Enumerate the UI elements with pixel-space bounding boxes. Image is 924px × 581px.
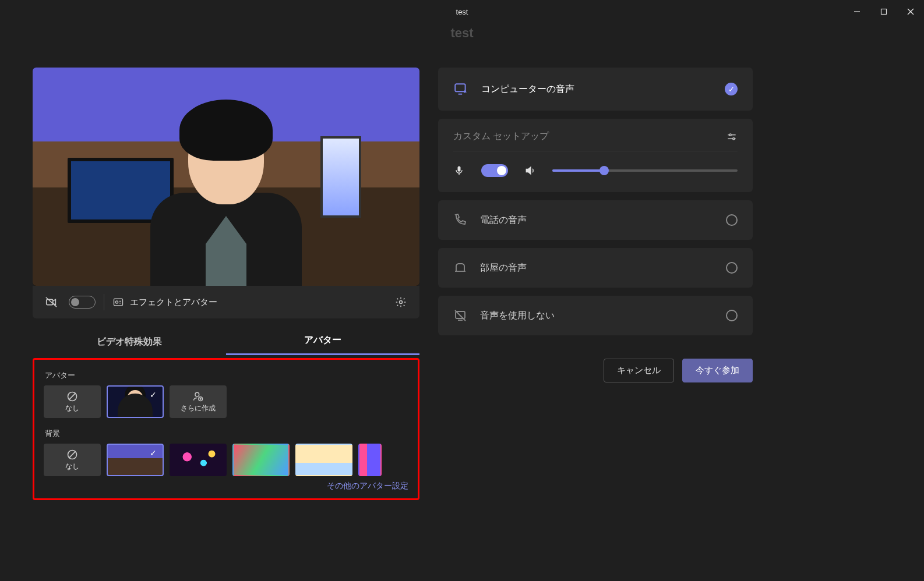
audio-none-label: 音声を使用しない xyxy=(480,310,713,322)
volume-slider[interactable] xyxy=(552,169,738,172)
meeting-name: test xyxy=(0,26,924,42)
video-preview xyxy=(33,68,419,286)
camera-toggle[interactable] xyxy=(69,296,96,309)
background-option-5[interactable] xyxy=(358,444,382,476)
svg-rect-15 xyxy=(455,84,465,91)
microphone-icon[interactable] xyxy=(453,165,465,176)
preview-toolbar: エフェクトとアバター xyxy=(33,286,419,318)
check-icon: ✓ xyxy=(150,390,159,399)
settings-gear-icon[interactable] xyxy=(392,293,410,311)
window-controls xyxy=(844,0,924,23)
svg-point-17 xyxy=(729,134,731,136)
svg-point-11 xyxy=(195,392,199,396)
avatar-preview xyxy=(150,100,302,286)
svg-line-10 xyxy=(69,393,76,400)
camera-off-icon[interactable] xyxy=(42,293,61,311)
computer-audio-icon xyxy=(453,82,468,97)
no-audio-icon xyxy=(453,309,467,323)
prohibit-icon xyxy=(66,449,78,460)
background-none-label: なし xyxy=(65,462,79,472)
prohibit-icon xyxy=(66,391,78,402)
speaker-icon[interactable] xyxy=(524,165,536,176)
avatar-none-tile[interactable]: なし xyxy=(44,385,101,418)
minimize-button[interactable] xyxy=(844,0,870,23)
svg-line-14 xyxy=(69,451,76,458)
audio-option-none[interactable]: 音声を使用しない xyxy=(438,296,753,335)
audio-computer-label: コンピューターの音声 xyxy=(481,83,712,95)
effects-icon xyxy=(112,296,124,308)
close-button[interactable] xyxy=(897,0,924,23)
action-buttons: キャンセル 今すぐ参加 xyxy=(438,359,753,382)
cancel-button[interactable]: キャンセル xyxy=(604,359,674,382)
radio-unselected xyxy=(726,310,738,321)
tab-avatar[interactable]: アバター xyxy=(226,334,419,355)
audio-option-computer[interactable]: コンピューターの音声 ✓ xyxy=(438,68,753,111)
background-option-2[interactable] xyxy=(170,444,227,476)
radio-unselected xyxy=(726,214,738,226)
maximize-button[interactable] xyxy=(870,0,897,23)
room-icon xyxy=(453,261,467,275)
svg-point-19 xyxy=(733,137,735,139)
more-avatar-settings-link[interactable]: その他のアバター設定 xyxy=(44,481,408,491)
tab-video-effects[interactable]: ビデオ特殊効果 xyxy=(33,336,226,355)
svg-line-5 xyxy=(46,297,57,307)
audio-room-label: 部屋の音声 xyxy=(480,262,713,274)
toolbar-divider xyxy=(104,294,104,310)
background-none-tile[interactable]: なし xyxy=(44,444,101,476)
titlebar: test xyxy=(0,0,924,23)
background-option-1[interactable]: ✓ xyxy=(107,444,164,476)
audio-phone-label: 電話の音声 xyxy=(480,214,713,226)
join-now-button[interactable]: 今すぐ参加 xyxy=(682,359,753,382)
effects-tabs: ビデオ特殊効果 アバター xyxy=(33,327,419,356)
person-add-icon xyxy=(192,391,204,402)
avatar-create-more-label: さらに作成 xyxy=(181,403,216,413)
avatar-section-label: アバター xyxy=(45,370,408,381)
svg-point-8 xyxy=(400,301,403,304)
selected-check-icon: ✓ xyxy=(725,83,738,95)
audio-option-room[interactable]: 部屋の音声 xyxy=(438,248,753,288)
svg-point-7 xyxy=(115,301,118,303)
background-section-label: 背景 xyxy=(45,428,408,439)
custom-setup-panel: カスタム セットアップ xyxy=(438,119,753,192)
avatar-none-label: なし xyxy=(65,403,79,413)
avatar-option-1[interactable]: ✓ xyxy=(107,385,164,418)
svg-rect-20 xyxy=(458,166,461,172)
radio-unselected xyxy=(726,262,738,274)
settings-sliders-icon[interactable] xyxy=(726,131,738,143)
svg-rect-1 xyxy=(881,9,887,15)
custom-setup-label: カスタム セットアップ xyxy=(453,130,549,143)
avatar-panel-highlight: アバター なし ✓ さらに作成 背景 xyxy=(33,358,419,500)
window-title: test xyxy=(456,8,468,16)
microphone-toggle[interactable] xyxy=(481,164,508,177)
avatar-create-more-tile[interactable]: さらに作成 xyxy=(170,385,227,418)
phone-icon xyxy=(453,213,467,227)
background-option-4[interactable] xyxy=(295,444,352,476)
background-option-3[interactable] xyxy=(232,444,290,476)
effects-avatar-label[interactable]: エフェクトとアバター xyxy=(130,297,217,308)
audio-option-phone[interactable]: 電話の音声 xyxy=(438,200,753,240)
check-icon: ✓ xyxy=(150,448,159,458)
